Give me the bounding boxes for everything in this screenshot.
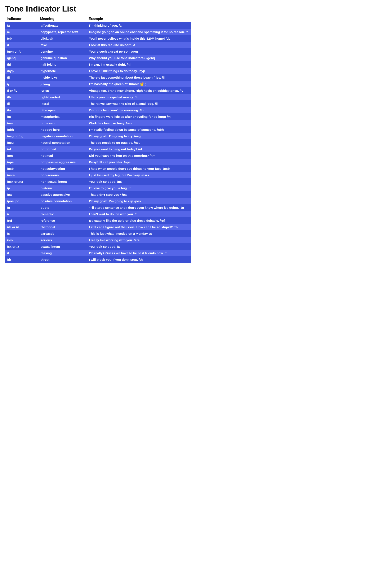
cell-indicator: /nsx or /nx (5, 178, 38, 185)
cell-indicator: /hj (5, 61, 38, 68)
cell-indicator: /j (5, 81, 38, 87)
cell-meaning: quote (38, 204, 87, 211)
cell-example: You're such a great person. /gen (87, 48, 191, 55)
cell-indicator: /li (5, 100, 38, 107)
cell-indicator: /nsb (5, 165, 38, 172)
cell-meaning: genuine question (38, 55, 87, 61)
cell-example: Busy! I'll call you later. /npa (87, 159, 191, 165)
cell-example: The rat we saw was the size of a small d… (87, 100, 191, 107)
cell-example: I'm really feeling down because of someo… (87, 126, 191, 133)
cell-example: Oh my gosh! I'm going to cry. /pos (87, 198, 191, 204)
cell-example: You'll never believe what's inside this … (87, 35, 191, 42)
cell-meaning: literal (38, 100, 87, 107)
cell-example: I'd love to give you a hug. /p (87, 185, 191, 191)
cell-example: His fingers were icicles after shoveling… (87, 113, 191, 120)
cell-indicator: /pos /pc (5, 198, 38, 204)
cell-example: Work has been so busy. /nav (87, 120, 191, 126)
cell-indicator: /npa (5, 159, 38, 165)
cell-meaning: genuine (38, 48, 87, 55)
cell-example: I just bruised my leg, but I'm okay. /ns… (87, 172, 191, 178)
table-row: /cbclickbaitYou'll never believe what's … (5, 35, 191, 42)
cell-indicator: /a (5, 22, 38, 29)
cell-meaning: not forced (38, 146, 87, 152)
cell-meaning: metaphorical (38, 113, 87, 120)
cell-meaning: serious (38, 237, 87, 243)
table-row: /ijinside jokeThere's just something abo… (5, 74, 191, 81)
cell-indicator: /nav (5, 120, 38, 126)
cell-indicator: /t (5, 250, 38, 256)
cell-meaning: affectionate (38, 22, 87, 29)
cell-indicator: /ref (5, 217, 38, 224)
cell-example: Did you leave the iron on this morning? … (87, 152, 191, 159)
cell-meaning: neutral connotation (38, 139, 87, 146)
cell-meaning: nobody here (38, 126, 87, 133)
cell-indicator: /q (5, 204, 38, 211)
table-row: /navnot a ventWork has been so busy. /na… (5, 120, 191, 126)
cell-example: You look so good. /x (87, 243, 191, 250)
cell-indicator: /neu (5, 139, 38, 146)
table-row: /mmetaphoricalHis fingers were icicles a… (5, 113, 191, 120)
cell-meaning: half joking (38, 61, 87, 68)
header-indicator: Indicator (5, 16, 38, 22)
cell-meaning: clickbait (38, 35, 87, 42)
cell-example: I can't wait to do life with you. /r (87, 211, 191, 217)
cell-indicator: /pa (5, 191, 38, 198)
cell-example: There's just something about those beach… (87, 74, 191, 81)
table-row: /gen or /ggenuineYou're such a great per… (5, 48, 191, 55)
cell-meaning: reference (38, 217, 87, 224)
cell-indicator: /nm (5, 152, 38, 159)
cell-example: That didn't stop you? /pa (87, 191, 191, 198)
cell-example: Vintage tee, brand new phone. High heels… (87, 87, 191, 94)
cell-indicator: /nsrs (5, 172, 38, 178)
header-example: Example (87, 16, 191, 22)
cell-indicator: /th (5, 256, 38, 263)
tone-indicator-table: Indicator Meaning Example /aaffectionate… (5, 16, 191, 263)
cell-indicator: /cb (5, 35, 38, 42)
cell-example: Oh my gosh. I'm going to cry. /neg (87, 133, 191, 139)
table-row: /lulittle upsetOur top client won't be r… (5, 107, 191, 113)
cell-example: I really like working with you. /srs (87, 237, 191, 243)
table-row: /ththreatI will block you if you don't s… (5, 256, 191, 263)
table-row: /srsseriousI really like working with yo… (5, 237, 191, 243)
cell-meaning: not subtweeting (38, 165, 87, 172)
cell-meaning: copypasta, repeated text (38, 29, 87, 35)
table-row: /rh or /rtrhetoricalI still can't figure… (5, 224, 191, 230)
cell-indicator: /ij (5, 74, 38, 81)
table-row: /nsx or /nxnon-sexual intentYou look so … (5, 178, 191, 185)
table-row: /nsrsnon-seriousI just bruised my leg, b… (5, 172, 191, 178)
table-row: /pplatonicI'd love to give you a hug. /p (5, 185, 191, 191)
cell-meaning: romantic (38, 211, 87, 217)
table-row: /hjhalf jokingI mean, I'm usually right.… (5, 61, 191, 68)
table-row: /nfnot forcedDo you want to hang out tod… (5, 146, 191, 152)
cell-indicator: /p (5, 185, 38, 191)
cell-indicator: /sx or /x (5, 243, 38, 250)
header-meaning: Meaning (38, 16, 87, 22)
table-row: /rromanticI can't wait to do life with y… (5, 211, 191, 217)
table-row: /neg or /ngnegative connotationOh my gos… (5, 133, 191, 139)
cell-indicator: /genq (5, 55, 38, 61)
cell-example: I think you misspelled mosey. /lh (87, 94, 191, 100)
cell-meaning: sexual intent (38, 243, 87, 250)
cell-meaning: threat (38, 256, 87, 263)
cell-indicator: /srs (5, 237, 38, 243)
cell-example: The dog needs to go outside. /neu (87, 139, 191, 146)
cell-meaning: hyperbole (38, 68, 87, 74)
cell-indicator: /r (5, 211, 38, 217)
cell-meaning: little upset (38, 107, 87, 113)
cell-meaning: positive connotation (38, 198, 87, 204)
table-row: /lhlight-heartedI think you misspelled m… (5, 94, 191, 100)
cell-meaning: lyrics (38, 87, 87, 94)
cell-example: "I'll start a sentence and I don't even … (87, 204, 191, 211)
cell-meaning: sarcastic (38, 230, 87, 237)
table-row: /ccopypasta, repeated textImagine going … (5, 29, 191, 35)
table-row: /npanot passive aggressiveBusy! I'll cal… (5, 159, 191, 165)
cell-example: I'm basically the queen of Tumblr 👑 /j (87, 81, 191, 87)
cell-indicator: /f (5, 42, 38, 48)
cell-meaning: fake (38, 42, 87, 48)
table-row: /l or /lylyricsVintage tee, brand new ph… (5, 87, 191, 94)
cell-meaning: not mad (38, 152, 87, 159)
table-row: /ssarcasticThis is just what I needed on… (5, 230, 191, 237)
cell-meaning: not passive aggressive (38, 159, 87, 165)
cell-meaning: rhetorical (38, 224, 87, 230)
cell-example: Why should you use tone indicators? /gen… (87, 55, 191, 61)
